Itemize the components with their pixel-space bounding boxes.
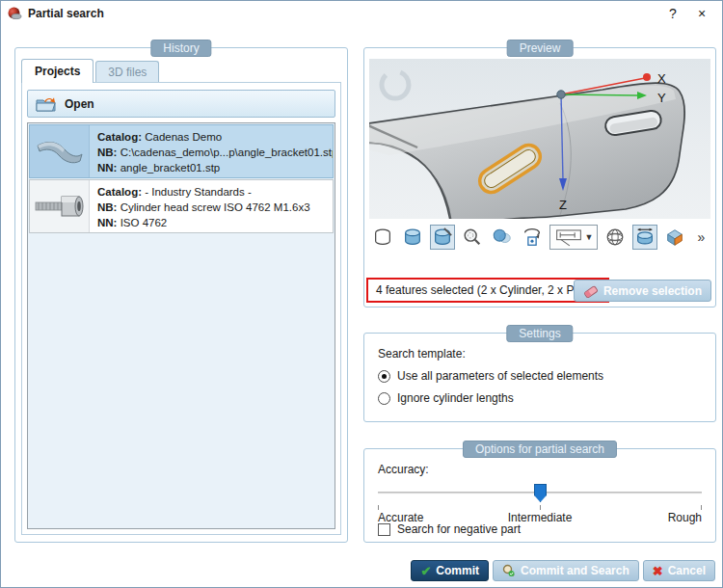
commit-and-search-label: Commit and Search: [521, 564, 629, 577]
features-selected-text: 4 features selected (2 x Cylinder, 2 x P…: [376, 283, 600, 297]
catalog-value: Cadenas Demo: [145, 131, 222, 143]
history-group: History Projects 3D files Open: [14, 47, 348, 543]
remove-selection-button[interactable]: Remove selection: [574, 280, 711, 302]
settings-group: Settings Search template: Use all parame…: [363, 333, 716, 422]
checkbox-unchecked-icon[interactable]: [378, 523, 390, 536]
x-icon: ✖: [653, 564, 663, 578]
search-negative-part-checkbox-row[interactable]: Search for negative part: [378, 522, 521, 536]
preview-group-label: Preview: [507, 40, 574, 57]
nb-value: Cylinder head screw ISO 4762 M1.6x3: [120, 201, 310, 213]
more-tools-button[interactable]: »: [692, 229, 710, 245]
list-item-cylinder-screw[interactable]: Catalog: - Industry Standards - NB: Cyli…: [29, 179, 334, 233]
history-tabs: Projects 3D files: [21, 59, 159, 83]
screw-thumbnail: [30, 180, 90, 232]
commit-label: Commit: [436, 564, 479, 577]
rotate-widget-ghost-icon: [382, 71, 409, 98]
cancel-button[interactable]: ✖ Cancel: [643, 560, 715, 581]
dimension-dropdown[interactable]: ▼: [549, 225, 599, 250]
history-group-label: History: [150, 40, 211, 57]
app-icon: [7, 6, 22, 21]
axis-x-label: X: [657, 71, 666, 86]
close-button[interactable]: ×: [687, 4, 716, 23]
zoom-icon[interactable]: [460, 225, 485, 250]
caret-down-icon: ▼: [585, 232, 594, 242]
search-template-label: Search template:: [378, 347, 466, 361]
window-title: Partial search: [28, 7, 104, 20]
slider-label-rough: Rough: [668, 511, 702, 524]
angle-bracket-thumbnail: [30, 125, 90, 177]
nn-label: NN:: [97, 162, 117, 174]
list-item-text: Catalog: Cadenas Demo NB: C:\cadenas_dem…: [90, 125, 333, 177]
3d-viewport[interactable]: X Y Z: [369, 59, 710, 219]
slider-handle[interactable]: [534, 484, 547, 502]
tab-3d-files[interactable]: 3D files: [95, 61, 159, 83]
radio-use-all-parameters[interactable]: Use all parameters of selected elements: [378, 369, 603, 383]
radio-label: Ignore cylinder lengths: [397, 391, 514, 405]
nb-label: NB:: [97, 147, 117, 158]
preview-group: Preview: [363, 47, 716, 307]
catalog-label: Catalog:: [97, 131, 142, 143]
section-box-icon[interactable]: [662, 225, 687, 250]
search-negative-part-label: Search for negative part: [397, 522, 521, 536]
options-group-label: Options for partial search: [463, 441, 617, 458]
open-folder-icon: [36, 95, 57, 112]
slider-tick-accurate: [378, 505, 379, 510]
slider-tick-intermediate: [540, 505, 541, 510]
radio-selected-icon: [378, 370, 390, 383]
search-check-icon: [502, 564, 516, 577]
tab-projects[interactable]: Projects: [21, 59, 94, 83]
list-item-text: Catalog: - Industry Standards - NB: Cyli…: [90, 180, 318, 232]
nn-value: ISO 4762: [120, 217, 168, 228]
axis-y-label: Y: [657, 91, 666, 105]
radio-unselected-icon: [378, 392, 390, 405]
nb-label: NB:: [97, 201, 117, 213]
accuracy-slider[interactable]: Accurate Intermediate Rough: [378, 484, 702, 522]
eraser-icon: [583, 283, 599, 298]
list-item-angle-bracket[interactable]: Catalog: Cadenas Demo NB: C:\cadenas_dem…: [29, 124, 334, 178]
remove-selection-label: Remove selection: [603, 284, 702, 298]
open-button[interactable]: Open: [27, 90, 335, 118]
options-group: Options for partial search Accuracy: Acc…: [363, 448, 716, 543]
nb-value: C:\cadenas_demo\p...p\angle_bracket01.st…: [120, 147, 333, 158]
wireframe-cylinder-icon[interactable]: [370, 225, 395, 250]
transparency-icon[interactable]: [490, 225, 515, 250]
commit-and-search-button[interactable]: Commit and Search: [493, 560, 639, 581]
titlebar: Partial search ? ×: [1, 1, 722, 26]
commit-button[interactable]: ✔ Commit: [411, 560, 489, 581]
projects-tab-panel: Open Catalog: Cadenas Demo NB: C:\cadena…: [21, 82, 341, 535]
settings-group-label: Settings: [506, 325, 573, 342]
dialog-footer: ✔ Commit Commit and Search ✖ Cancel: [411, 560, 715, 581]
history-list: Catalog: Cadenas Demo NB: C:\cadenas_dem…: [27, 122, 335, 529]
mesh-icon[interactable]: [602, 225, 628, 250]
solid-cylinder-icon[interactable]: [400, 225, 425, 250]
partial-search-dialog: { "window": { "title": "Partial search",…: [0, 0, 723, 588]
slider-tick-rough: [701, 505, 702, 510]
check-icon: ✔: [420, 564, 431, 578]
catalog-value: - Industry Standards -: [145, 186, 252, 198]
radio-label: Use all parameters of selected elements: [397, 369, 603, 383]
radio-ignore-cylinder-lengths[interactable]: Ignore cylinder lengths: [378, 391, 514, 405]
cancel-label: Cancel: [668, 564, 706, 577]
angle-bracket-3d-model: X Y Z: [369, 59, 710, 219]
rotate-view-icon[interactable]: [520, 225, 545, 250]
open-button-label: Open: [65, 97, 94, 111]
accuracy-label: Accuracy:: [378, 463, 429, 476]
nn-label: NN:: [97, 217, 117, 228]
selection-cylinder-icon[interactable]: [430, 225, 455, 250]
catalog-label: Catalog:: [97, 186, 142, 198]
viewer-toolbar: ▼ »: [368, 223, 711, 252]
axis-z-label: Z: [559, 198, 567, 212]
dimension-icon: [554, 227, 583, 248]
help-button[interactable]: ?: [658, 4, 687, 23]
measure-cylinder-icon[interactable]: [632, 225, 657, 250]
nn-value: angle_bracket01.stp: [120, 162, 221, 174]
